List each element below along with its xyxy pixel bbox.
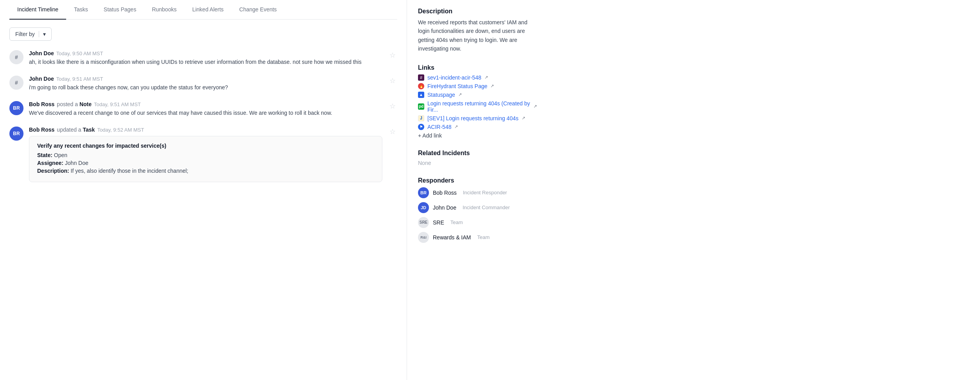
star-button[interactable]: ☆ (388, 50, 397, 60)
item-header: Bob Ross posted a Note Today, 9:51 AM MS… (29, 101, 382, 107)
jira-link-icon: J (418, 115, 424, 121)
avatar-initials: BR (420, 190, 427, 195)
responders-list: BR Bob Ross Incident Responder JD John D… (418, 187, 537, 243)
responders-title: Responders (418, 177, 537, 184)
avatar: SRE (418, 217, 429, 228)
timeline-item: BR Bob Ross posted a Note Today, 9:51 AM… (9, 101, 397, 117)
item-header: Bob Ross updated a Task Today, 9:52 AM M… (29, 127, 382, 133)
timeline: # John Doe Today, 9:50 AM MST ah, it loo… (9, 50, 397, 182)
responder-name: SRE (433, 219, 444, 226)
item-header: John Doe Today, 9:51 AM MST (29, 76, 382, 82)
item-content: Bob Ross updated a Task Today, 9:52 AM M… (29, 127, 382, 182)
external-link-icon: ↗ (490, 83, 494, 89)
responder-name: John Doe (433, 204, 456, 211)
star-button[interactable]: ☆ (388, 101, 397, 111)
responder-name: Bob Ross (433, 190, 457, 196)
tab-runbooks[interactable]: Runbooks (144, 0, 184, 20)
avatar: JD (418, 202, 429, 213)
link-text: FireHydrant Status Page (427, 83, 487, 89)
slack-icon: # (15, 80, 18, 86)
star-button[interactable]: ☆ (388, 76, 397, 86)
description-text: We received reports that customers' IAM … (418, 18, 537, 53)
task-title: Verify any recent changes for impacted s… (37, 143, 374, 149)
item-content: John Doe Today, 9:50 AM MST ah, it looks… (29, 50, 382, 66)
avatar: BR (9, 101, 23, 115)
link-text: [SEV1] Login requests returning 404s (427, 115, 519, 121)
external-link-icon: ↗ (458, 92, 462, 97)
list-item[interactable]: ⚑ ACIR-548 ↗ (418, 124, 537, 130)
tab-incident-timeline[interactable]: Incident Timeline (9, 0, 66, 20)
add-link-button[interactable]: + Add link (418, 132, 537, 139)
item-text: We've discovered a recent change to one … (29, 109, 382, 117)
responder-role: Incident Responder (463, 190, 507, 195)
list-item[interactable]: J [SEV1] Login requests returning 404s ↗ (418, 115, 537, 121)
responder-item: SRE SRE Team (418, 217, 537, 228)
responder-role: Incident Commander (463, 204, 510, 210)
item-time: Today, 9:50 AM MST (56, 51, 103, 56)
tab-status-pages[interactable]: Status Pages (96, 0, 144, 20)
description-section: Description We received reports that cus… (418, 8, 537, 53)
links-section: Links # sev1-incident-acir-548 ↗ 🔥 FireH… (418, 64, 537, 139)
item-text: ah, it looks like there is a misconfigur… (29, 58, 382, 66)
sidebar: Description We received reports that cus… (407, 0, 548, 380)
avatar-initials: JD (421, 205, 426, 210)
related-incidents-title: Related Incidents (418, 150, 537, 157)
task-box: Verify any recent changes for impacted s… (29, 136, 382, 182)
link-text: ACIR-548 (427, 124, 451, 130)
external-link-icon: ↗ (454, 124, 458, 129)
responder-item: BR Bob Ross Incident Responder (418, 187, 537, 198)
list-item[interactable]: pd Login requests returning 404s (Create… (418, 100, 537, 113)
avatar-initials: BR (13, 131, 20, 136)
links-list: # sev1-incident-acir-548 ↗ 🔥 FireHydrant… (418, 74, 537, 130)
item-author: Bob Ross (29, 127, 54, 133)
list-item[interactable]: 🔥 FireHydrant Status Page ↗ (418, 83, 537, 89)
item-text: i'm going to roll back these changes now… (29, 83, 382, 92)
external-link-icon: ↗ (533, 104, 537, 109)
item-action: posted a Note (57, 101, 92, 107)
avatar: BR (9, 127, 23, 141)
filter-divider (39, 31, 39, 37)
pd-link-icon: pd (418, 103, 424, 110)
links-title: Links (418, 64, 537, 71)
responder-item: JD John Doe Incident Commander (418, 202, 537, 213)
item-action: updated a Task (57, 127, 95, 133)
item-time: Today, 9:52 AM MST (97, 127, 144, 133)
task-state: State: Open (37, 152, 374, 158)
item-author: John Doe (29, 50, 54, 56)
avatar-initials: BR (13, 105, 20, 111)
item-author: Bob Ross (29, 101, 54, 107)
list-item[interactable]: # sev1-incident-acir-548 ↗ (418, 74, 537, 81)
tab-linked-alerts[interactable]: Linked Alerts (184, 0, 231, 20)
item-content: Bob Ross posted a Note Today, 9:51 AM MS… (29, 101, 382, 117)
external-link-icon: ↗ (485, 75, 488, 80)
avatar: R&I (418, 232, 429, 243)
related-incidents-none: None (418, 160, 537, 166)
filter-by-button[interactable]: Filter by ▾ (9, 27, 52, 41)
task-description: Description: If yes, also identify those… (37, 168, 374, 174)
avatar: # (9, 76, 23, 90)
timeline-item: # John Doe Today, 9:50 AM MST ah, it loo… (9, 50, 397, 66)
tab-tasks[interactable]: Tasks (66, 0, 96, 20)
chevron-down-icon: ▾ (43, 31, 46, 37)
responder-role: Team (450, 219, 463, 225)
description-title: Description (418, 8, 537, 15)
timeline-item: # John Doe Today, 9:51 AM MST i'm going … (9, 76, 397, 92)
responder-item: R&I Rewards & IAM Team (418, 232, 537, 243)
acir-link-icon: ⚑ (418, 124, 424, 130)
avatar-initials: SRE (420, 220, 428, 224)
fh-link-icon: 🔥 (418, 83, 424, 89)
item-content: John Doe Today, 9:51 AM MST i'm going to… (29, 76, 382, 92)
link-text: Login requests returning 404s (Created b… (427, 100, 530, 113)
slack-icon: # (15, 54, 18, 60)
external-link-icon: ↗ (522, 116, 525, 121)
tab-change-events[interactable]: Change Events (231, 0, 285, 20)
star-button[interactable]: ☆ (388, 127, 397, 137)
link-text: sev1-incident-acir-548 (427, 74, 481, 81)
responder-role: Team (477, 234, 490, 240)
item-header: John Doe Today, 9:50 AM MST (29, 50, 382, 56)
responders-section: Responders BR Bob Ross Incident Responde… (418, 177, 537, 243)
sp-link-icon: ▲ (418, 92, 424, 98)
link-text: Statuspage (427, 92, 455, 98)
main-panel: Incident Timeline Tasks Status Pages Run… (0, 0, 407, 380)
list-item[interactable]: ▲ Statuspage ↗ (418, 92, 537, 98)
